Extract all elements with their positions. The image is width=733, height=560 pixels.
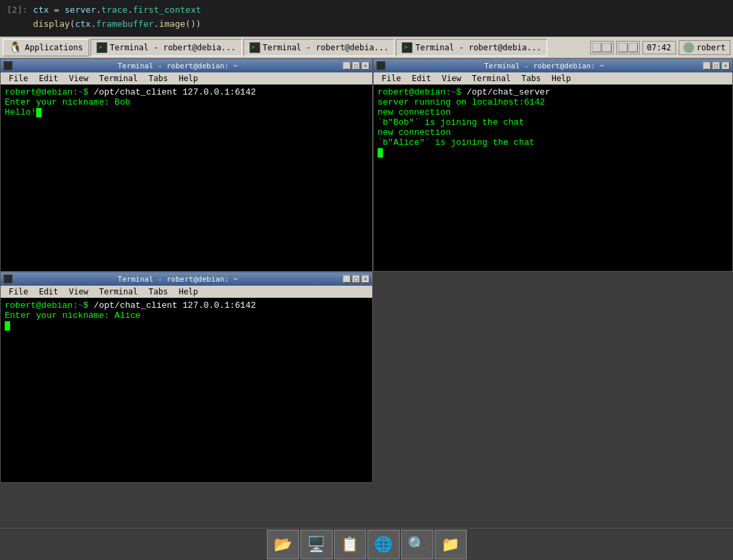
terminal3-taskbar-label: Terminal - robert@debia...	[415, 43, 541, 52]
terminal2-title-icon	[376, 61, 386, 70]
dock-folder-open-button[interactable]: 📂	[267, 530, 299, 559]
terminal3-body[interactable]: robert@debian:~$ /opt/chat_client 127.0.…	[1, 298, 372, 482]
terminal1-menu-edit[interactable]: Edit	[34, 73, 64, 84]
taskbar-right: 07:42 robert	[590, 40, 730, 55]
bottom-dock: 📂 🖥️ 📋 🌐 🔍 📁	[0, 528, 733, 560]
terminal2-minimize[interactable]: _	[703, 62, 711, 70]
wm-btn-1[interactable]	[592, 43, 602, 52]
terminal1-menu-view[interactable]: View	[64, 73, 94, 84]
terminal1-menu-help[interactable]: Help	[173, 73, 203, 84]
terminal2-menu-tabs[interactable]: Tabs	[516, 73, 547, 84]
terminal1-menu-file[interactable]: File	[3, 73, 34, 84]
terminal3-controls[interactable]: _ □ ×	[343, 275, 370, 283]
terminal1-body[interactable]: robert@debian:~$ /opt/chat_client 127.0.…	[1, 85, 372, 271]
user-avatar	[683, 42, 694, 53]
terminal2-taskbar-label: Terminal - robert@debia...	[263, 43, 389, 52]
terminal2-taskbar-icon	[249, 42, 260, 53]
wm-buttons-2[interactable]	[616, 41, 640, 54]
terminal1-menu-tabs[interactable]: Tabs	[144, 73, 174, 84]
wm-buttons[interactable]	[590, 41, 614, 54]
web-icon: 🌐	[374, 536, 392, 553]
terminal1-titlebar: Terminal - robert@debian: ~ _ □ ×	[1, 59, 372, 72]
terminal-window-1: Terminal - robert@debian: ~ _ □ × File E…	[0, 58, 373, 272]
terminal-window-2: Terminal - robert@debian: ~ _ □ × File E…	[373, 58, 733, 272]
terminal2-body[interactable]: robert@debian:~$ /opt/chat_server server…	[374, 85, 732, 271]
terminal3-menu-help[interactable]: Help	[173, 286, 203, 297]
username: robert	[697, 43, 726, 52]
terminal3-taskbar-icon	[402, 42, 412, 53]
line-num-1: [2]:	[7, 5, 27, 15]
terminal3-title: Terminal - robert@debian: ~	[13, 275, 343, 284]
terminal3-menubar: File Edit View Terminal Tabs Help	[1, 286, 372, 298]
terminal-icon: 🖥️	[307, 536, 325, 553]
terminal1-maximize[interactable]: □	[352, 62, 360, 70]
terminal1-taskbar-label: Terminal - robert@debia...	[110, 43, 236, 52]
desktop-area	[373, 272, 733, 483]
files-icon: 📋	[341, 536, 359, 553]
terminal1-menubar: File Edit View Terminal Tabs Help	[1, 72, 372, 85]
terminal1-minimize[interactable]: _	[343, 62, 351, 70]
wm-btn-2[interactable]	[602, 43, 612, 52]
search-icon: 🔍	[408, 536, 426, 553]
dock-files-button[interactable]: 📋	[334, 530, 366, 559]
terminal1-close[interactable]: ×	[361, 62, 370, 70]
terminal1-taskbar-button[interactable]: Terminal - robert@debia...	[91, 39, 242, 56]
terminal1-taskbar-icon	[97, 42, 107, 53]
terminal2-titlebar: Terminal - robert@debian: ~ _ □ ×	[374, 59, 732, 72]
folder-open-icon: 📂	[274, 536, 292, 553]
terminal3-menu-terminal[interactable]: Terminal	[94, 286, 144, 297]
terminal3-maximize[interactable]: □	[352, 275, 360, 283]
folder-icon: 📁	[441, 536, 459, 553]
terminal2-menu-terminal[interactable]: Terminal	[467, 73, 516, 84]
clock: 07:42	[642, 41, 676, 54]
terminal2-menu-edit[interactable]: Edit	[406, 73, 437, 84]
terminal3-menu-file[interactable]: File	[3, 286, 34, 297]
wm-btn-4[interactable]	[628, 43, 638, 52]
dock-folder-button[interactable]: 📁	[435, 530, 467, 559]
taskbar: 🐧 Applications Terminal - robert@debia..…	[0, 37, 733, 58]
terminal3-menu-view[interactable]: View	[64, 286, 94, 297]
terminal3-close[interactable]: ×	[361, 275, 370, 283]
terminal2-taskbar-button[interactable]: Terminal - robert@debia...	[243, 39, 395, 56]
terminal3-menu-tabs[interactable]: Tabs	[144, 286, 174, 297]
dock-web-button[interactable]: 🌐	[368, 530, 400, 559]
terminal2-maximize[interactable]: □	[712, 62, 720, 70]
terminal1-controls[interactable]: _ □ ×	[343, 62, 370, 70]
terminal-window-3: Terminal - robert@debian: ~ _ □ × File E…	[0, 272, 373, 483]
terminal2-title: Terminal - robert@debian: ~	[386, 62, 703, 70]
terminal2-menu-view[interactable]: View	[437, 73, 467, 84]
code-line-1: [2]:ctx = server.trace.first_context	[7, 3, 726, 17]
wm-btn-3[interactable]	[618, 43, 628, 52]
code-area: [2]:ctx = server.trace.first_context dis…	[0, 0, 733, 37]
terminal3-title-icon	[3, 274, 13, 284]
terminal3-titlebar: Terminal - robert@debian: ~ _ □ ×	[1, 272, 372, 286]
applications-menu-button[interactable]: 🐧 Applications	[3, 39, 89, 56]
user-area: robert	[679, 40, 730, 55]
code-line-2: display(ctx.framebuffer.image())	[7, 17, 726, 32]
terminal3-menu-edit[interactable]: Edit	[34, 286, 64, 297]
dock-search-button[interactable]: 🔍	[401, 530, 433, 559]
dock-terminal-button[interactable]: 🖥️	[300, 530, 333, 559]
terminal1-menu-terminal[interactable]: Terminal	[94, 73, 144, 84]
terminal2-menu-file[interactable]: File	[376, 73, 406, 84]
terminal2-controls[interactable]: _ □ ×	[703, 62, 730, 70]
applications-label: Applications	[25, 43, 83, 52]
terminal1-title-icon	[3, 61, 13, 70]
terminal2-close[interactable]: ×	[722, 62, 730, 70]
terminal1-title: Terminal - robert@debian: ~	[13, 62, 343, 70]
terminals-grid: Terminal - robert@debian: ~ _ □ × File E…	[0, 58, 733, 528]
terminal3-minimize[interactable]: _	[343, 275, 351, 283]
terminal2-menubar: File Edit View Terminal Tabs Help	[374, 72, 732, 85]
terminal3-taskbar-button[interactable]: Terminal - robert@debia...	[396, 39, 547, 56]
terminal2-menu-help[interactable]: Help	[546, 73, 576, 84]
